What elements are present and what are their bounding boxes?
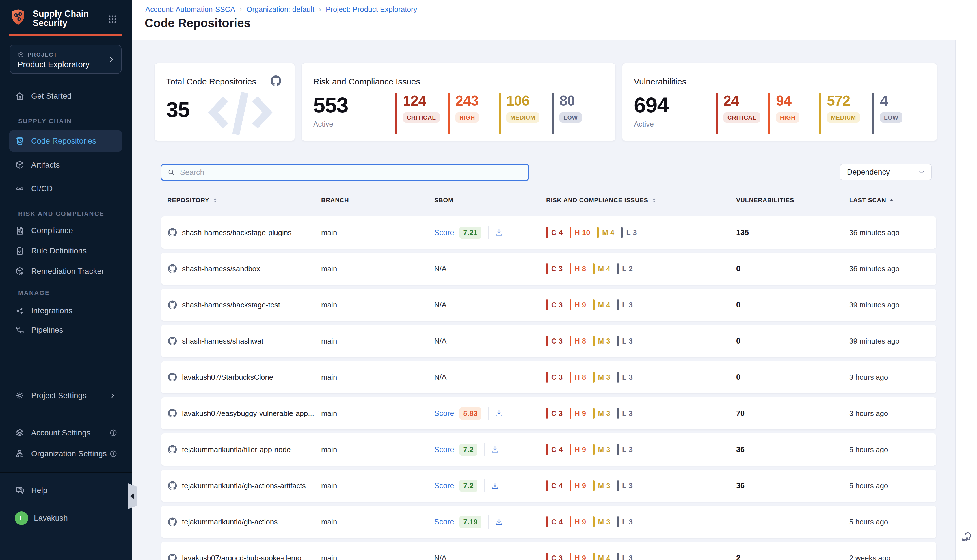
sbom-score-link[interactable]: Score [434,518,454,527]
sbom-na: N/A [434,301,446,309]
table-row[interactable]: lavakush07/argocd-hub-spoke-demo main N/… [161,542,936,560]
vulnerabilities-card: Vulnerabilities 694 Active 24CRITICAL94H… [622,63,937,141]
main-content: Total Code Repositories 35 Risk and Comp… [132,40,955,560]
table-row[interactable]: shash-harness/shashwat main N/A C 3H 8M … [161,325,936,357]
sbom-score-link[interactable]: Score [434,482,454,490]
sort-icon[interactable] [651,197,657,203]
info-circle-icon[interactable] [109,428,118,437]
breadcrumb-account-link[interactable]: Account: Automation-SSCA [145,5,235,14]
section-manage: MANAGE [18,289,50,297]
severity-chip-h: H 9 [569,408,586,419]
github-icon [167,481,177,491]
severity-chip-m: M 4 [597,227,614,238]
table-row[interactable]: lavakush07/easybuggy-vulnerable-app... m… [161,397,936,430]
breadcrumb-organization-link[interactable]: Organization: default [247,5,314,14]
sidebar-item-project-settings[interactable]: Project Settings [9,384,122,407]
breadcrumb-separator: › [240,6,242,13]
repository-name[interactable]: tejakummarikuntla/filler-app-node [182,445,291,454]
sidebar-item-code-repositories[interactable]: Code Repositories [9,130,122,152]
severity-chip-c: C 4 [546,480,563,491]
sidebar-item-organization-settings[interactable]: Organization Settings [9,442,122,465]
search-box [160,164,529,181]
severity-count: 572 [827,94,860,108]
severity-chip-l: L 3 [617,553,633,560]
sbom-score-badge: 5.83 [459,407,482,420]
sbom-score-link[interactable]: Score [434,228,454,237]
download-sbom-icon[interactable] [491,445,499,454]
repository-name[interactable]: tejakummarikuntla/gh-actions-artifacts [182,482,306,490]
repository-name[interactable]: lavakush07/StarbucksClone [182,373,273,382]
support-chat-icon[interactable] [960,530,973,542]
sidebar-item-account-settings[interactable]: Account Settings [9,422,122,444]
pipelines-icon [15,325,25,335]
app-root: Supply ChainSecurity PROJECT Product Exp… [0,0,977,560]
severity-chip-c: C 3 [546,336,563,347]
chat-help-icon [15,485,25,496]
severity-chip-c: C 4 [546,517,563,527]
sidebar-item-label: CI/CD [31,184,53,193]
download-sbom-icon[interactable] [494,228,503,237]
divider [488,226,489,239]
repository-name[interactable]: shash-harness/backstage-plugins [182,228,291,237]
column-header-sbom[interactable]: SBOM [434,197,453,204]
sidebar-item-cicd[interactable]: CI/CD [9,177,122,200]
project-selector[interactable]: PROJECT Product Exploratory [10,45,122,74]
severity-chip-m: M 3 [593,517,610,527]
table-row[interactable]: shash-harness/backstage-test main N/A C … [161,289,936,321]
repository-name[interactable]: shash-harness/backstage-test [182,301,280,309]
search-input[interactable] [180,168,497,177]
table-row[interactable]: tejakummarikuntla/gh-actions main Score7… [161,506,936,538]
download-sbom-icon[interactable] [494,409,503,418]
apps-grid-icon[interactable] [107,14,118,24]
repository-name[interactable]: shash-harness/shashwat [182,337,264,345]
column-header-last-scan[interactable]: LAST SCAN [849,197,894,204]
home-icon [15,91,25,101]
severity-badge: MEDIUM [506,112,539,123]
divider [488,407,489,420]
severity-chip-l: L 3 [617,517,633,527]
sidebar-item-label: Integrations [31,306,72,315]
sidebar-collapse-handle[interactable] [128,483,137,509]
breadcrumb: Account: Automation-SSCA › Organization:… [145,5,417,14]
column-header-repository[interactable]: REPOSITORY [167,197,218,204]
sidebar-item-artifacts[interactable]: Artifacts [9,154,122,176]
user-menu[interactable]: L Lavakush [9,507,122,530]
sidebar-item-remediation-tracker[interactable]: Remediation Tracker [9,260,122,283]
repository-name[interactable]: shash-harness/sandbox [182,265,260,273]
column-header-risk-compliance-issues[interactable]: RISK AND COMPLIANCE ISSUES [546,197,657,204]
info-circle-icon[interactable] [109,450,118,458]
sidebar-item-pipelines[interactable]: Pipelines [9,319,122,341]
repository-name[interactable]: tejakummarikuntla/gh-actions [182,518,277,527]
table-row[interactable]: lavakush07/StarbucksClone main N/A C 3H … [161,361,936,393]
branch-value: main [321,470,337,502]
sbom-score-link[interactable]: Score [434,445,454,454]
repository-name[interactable]: lavakush07/easybuggy-vulnerable-app... [182,409,314,418]
table-row[interactable]: tejakummarikuntla/filler-app-node main S… [161,433,936,466]
download-sbom-icon[interactable] [494,517,503,527]
github-icon [167,227,177,238]
sbom-score-link[interactable]: Score [434,409,454,418]
severity-chip-l: L 3 [617,372,633,383]
chevron-right-icon [109,392,117,399]
caret-up-icon [889,198,894,203]
table-row[interactable]: tejakummarikuntla/gh-actions-artifacts m… [161,470,936,502]
page-title: Code Repositories [145,17,251,30]
download-sbom-icon[interactable] [491,481,499,490]
sidebar-item-compliance[interactable]: Compliance [9,219,122,242]
column-header-branch[interactable]: BRANCH [321,197,349,204]
sidebar-item-help[interactable]: Help [9,479,122,502]
breadcrumb-project-link[interactable]: Project: Product Exploratory [326,5,417,14]
sidebar-item-label: Compliance [31,226,73,235]
severity-chip-m: M 3 [593,372,610,383]
column-header-vulnerabilities[interactable]: VULNERABILITIES [736,197,794,204]
sidebar-item-rule-definitions[interactable]: Rule Definitions [9,240,122,262]
sbom-type-dropdown[interactable]: Dependency [840,164,932,180]
table-row[interactable]: shash-harness/sandbox main N/A C 3H 8M 4… [161,253,936,285]
sbom-cell: Score7.21 [434,217,503,248]
table-row[interactable]: shash-harness/backstage-plugins main Sco… [161,217,936,248]
severity-chip-h: H 8 [569,263,586,274]
right-rail [955,40,977,560]
sort-icon[interactable] [212,197,218,203]
repository-name[interactable]: lavakush07/argocd-hub-spoke-demo [182,554,301,560]
sidebar-item-get-started[interactable]: Get Started [9,85,122,107]
